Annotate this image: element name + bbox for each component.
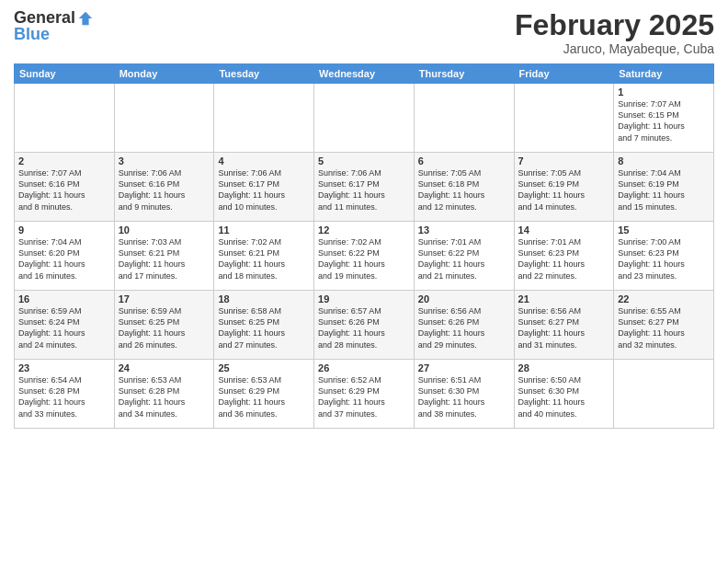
day-info: Sunrise: 6:56 AM Sunset: 6:27 PM Dayligh…	[518, 305, 610, 350]
day-number: 7	[518, 155, 610, 167]
day-number: 21	[518, 293, 610, 304]
day-number: 3	[119, 155, 210, 167]
table-row	[114, 84, 214, 153]
day-number: 11	[218, 224, 310, 236]
day-info: Sunrise: 6:57 AM Sunset: 6:26 PM Dayligh…	[318, 305, 410, 350]
table-row: 24Sunrise: 6:53 AM Sunset: 6:28 PM Dayli…	[114, 360, 214, 429]
day-info: Sunrise: 6:51 AM Sunset: 6:30 PM Dayligh…	[418, 374, 510, 419]
calendar: Sunday Monday Tuesday Wednesday Thursday…	[14, 63, 714, 429]
day-number: 15	[618, 224, 710, 236]
day-number: 22	[618, 293, 710, 304]
table-row: 17Sunrise: 6:59 AM Sunset: 6:25 PM Dayli…	[114, 291, 214, 360]
day-info: Sunrise: 6:59 AM Sunset: 6:25 PM Dayligh…	[119, 305, 210, 350]
day-info: Sunrise: 6:59 AM Sunset: 6:24 PM Dayligh…	[18, 305, 110, 350]
table-row: 5Sunrise: 7:06 AM Sunset: 6:17 PM Daylig…	[314, 153, 415, 222]
day-info: Sunrise: 7:04 AM Sunset: 6:19 PM Dayligh…	[618, 167, 710, 213]
logo-blue: Blue	[14, 26, 94, 44]
day-info: Sunrise: 7:04 AM Sunset: 6:20 PM Dayligh…	[18, 236, 110, 282]
col-thursday: Thursday	[414, 64, 514, 84]
table-row: 22Sunrise: 6:55 AM Sunset: 6:27 PM Dayli…	[614, 291, 714, 360]
calendar-week-row: 2Sunrise: 7:07 AM Sunset: 6:16 PM Daylig…	[15, 153, 714, 222]
day-info: Sunrise: 7:06 AM Sunset: 6:16 PM Dayligh…	[119, 167, 210, 213]
day-info: Sunrise: 7:01 AM Sunset: 6:22 PM Dayligh…	[418, 236, 510, 282]
day-info: Sunrise: 7:05 AM Sunset: 6:18 PM Dayligh…	[418, 167, 510, 213]
day-number: 1	[618, 86, 710, 98]
day-info: Sunrise: 7:05 AM Sunset: 6:19 PM Dayligh…	[518, 167, 610, 213]
table-row: 8Sunrise: 7:04 AM Sunset: 6:19 PM Daylig…	[614, 153, 714, 222]
day-number: 20	[418, 293, 510, 304]
table-row: 11Sunrise: 7:02 AM Sunset: 6:21 PM Dayli…	[214, 222, 314, 291]
day-number: 10	[119, 224, 210, 236]
day-info: Sunrise: 7:07 AM Sunset: 6:15 PM Dayligh…	[618, 98, 710, 144]
month-title: February 2025	[515, 9, 714, 41]
calendar-week-row: 1Sunrise: 7:07 AM Sunset: 6:15 PM Daylig…	[15, 84, 714, 153]
day-info: Sunrise: 6:55 AM Sunset: 6:27 PM Dayligh…	[618, 305, 710, 350]
day-number: 27	[418, 362, 510, 373]
table-row: 25Sunrise: 6:53 AM Sunset: 6:29 PM Dayli…	[214, 360, 314, 429]
day-number: 23	[18, 362, 110, 373]
table-row: 6Sunrise: 7:05 AM Sunset: 6:18 PM Daylig…	[414, 153, 514, 222]
page: General Blue February 2025 Jaruco, Mayab…	[0, 0, 728, 563]
day-number: 13	[418, 224, 510, 236]
table-row: 28Sunrise: 6:50 AM Sunset: 6:30 PM Dayli…	[514, 360, 614, 429]
day-info: Sunrise: 6:58 AM Sunset: 6:25 PM Dayligh…	[218, 305, 310, 350]
table-row: 16Sunrise: 6:59 AM Sunset: 6:24 PM Dayli…	[15, 291, 115, 360]
day-info: Sunrise: 6:54 AM Sunset: 6:28 PM Dayligh…	[18, 374, 110, 419]
day-number: 28	[518, 362, 610, 373]
table-row: 14Sunrise: 7:01 AM Sunset: 6:23 PM Dayli…	[514, 222, 614, 291]
location-title: Jaruco, Mayabeque, Cuba	[515, 41, 714, 56]
day-number: 2	[18, 155, 110, 167]
svg-marker-0	[79, 12, 92, 25]
day-info: Sunrise: 7:02 AM Sunset: 6:22 PM Dayligh…	[318, 236, 410, 282]
table-row: 3Sunrise: 7:06 AM Sunset: 6:16 PM Daylig…	[114, 153, 214, 222]
day-info: Sunrise: 7:07 AM Sunset: 6:16 PM Dayligh…	[18, 167, 110, 213]
day-number: 25	[218, 362, 310, 373]
day-number: 16	[18, 293, 110, 304]
day-number: 4	[218, 155, 310, 167]
day-number: 9	[18, 224, 110, 236]
table-row: 18Sunrise: 6:58 AM Sunset: 6:25 PM Dayli…	[214, 291, 314, 360]
table-row	[214, 84, 314, 153]
table-row: 7Sunrise: 7:05 AM Sunset: 6:19 PM Daylig…	[514, 153, 614, 222]
day-info: Sunrise: 6:56 AM Sunset: 6:26 PM Dayligh…	[418, 305, 510, 350]
table-row: 13Sunrise: 7:01 AM Sunset: 6:22 PM Dayli…	[414, 222, 514, 291]
table-row: 26Sunrise: 6:52 AM Sunset: 6:29 PM Dayli…	[314, 360, 415, 429]
table-row	[15, 84, 115, 153]
table-row	[414, 84, 514, 153]
col-wednesday: Wednesday	[314, 64, 415, 84]
calendar-week-row: 9Sunrise: 7:04 AM Sunset: 6:20 PM Daylig…	[15, 222, 714, 291]
logo: General Blue	[14, 9, 94, 44]
day-number: 26	[318, 362, 410, 373]
col-tuesday: Tuesday	[214, 64, 314, 84]
day-info: Sunrise: 6:53 AM Sunset: 6:29 PM Dayligh…	[218, 374, 310, 419]
table-row: 4Sunrise: 7:06 AM Sunset: 6:17 PM Daylig…	[214, 153, 314, 222]
day-info: Sunrise: 7:06 AM Sunset: 6:17 PM Dayligh…	[218, 167, 310, 213]
day-info: Sunrise: 7:01 AM Sunset: 6:23 PM Dayligh…	[518, 236, 610, 282]
calendar-week-row: 16Sunrise: 6:59 AM Sunset: 6:24 PM Dayli…	[15, 291, 714, 360]
day-number: 17	[119, 293, 210, 304]
col-sunday: Sunday	[15, 64, 115, 84]
table-row	[614, 360, 714, 429]
table-row: 10Sunrise: 7:03 AM Sunset: 6:21 PM Dayli…	[114, 222, 214, 291]
table-row: 2Sunrise: 7:07 AM Sunset: 6:16 PM Daylig…	[15, 153, 115, 222]
col-monday: Monday	[114, 64, 214, 84]
calendar-week-row: 23Sunrise: 6:54 AM Sunset: 6:28 PM Dayli…	[15, 360, 714, 429]
day-info: Sunrise: 7:02 AM Sunset: 6:21 PM Dayligh…	[218, 236, 310, 282]
day-info: Sunrise: 7:00 AM Sunset: 6:23 PM Dayligh…	[618, 236, 710, 282]
day-info: Sunrise: 7:03 AM Sunset: 6:21 PM Dayligh…	[119, 236, 210, 282]
day-number: 14	[518, 224, 610, 236]
header: General Blue February 2025 Jaruco, Mayab…	[14, 9, 714, 56]
table-row: 23Sunrise: 6:54 AM Sunset: 6:28 PM Dayli…	[15, 360, 115, 429]
day-number: 8	[618, 155, 710, 167]
day-number: 5	[318, 155, 410, 167]
table-row: 9Sunrise: 7:04 AM Sunset: 6:20 PM Daylig…	[15, 222, 115, 291]
table-row: 20Sunrise: 6:56 AM Sunset: 6:26 PM Dayli…	[414, 291, 514, 360]
day-info: Sunrise: 6:52 AM Sunset: 6:29 PM Dayligh…	[318, 374, 410, 419]
day-info: Sunrise: 6:53 AM Sunset: 6:28 PM Dayligh…	[119, 374, 210, 419]
title-block: February 2025 Jaruco, Mayabeque, Cuba	[515, 9, 714, 56]
logo-icon	[77, 10, 94, 27]
table-row: 27Sunrise: 6:51 AM Sunset: 6:30 PM Dayli…	[414, 360, 514, 429]
day-number: 12	[318, 224, 410, 236]
table-row: 15Sunrise: 7:00 AM Sunset: 6:23 PM Dayli…	[614, 222, 714, 291]
table-row: 21Sunrise: 6:56 AM Sunset: 6:27 PM Dayli…	[514, 291, 614, 360]
